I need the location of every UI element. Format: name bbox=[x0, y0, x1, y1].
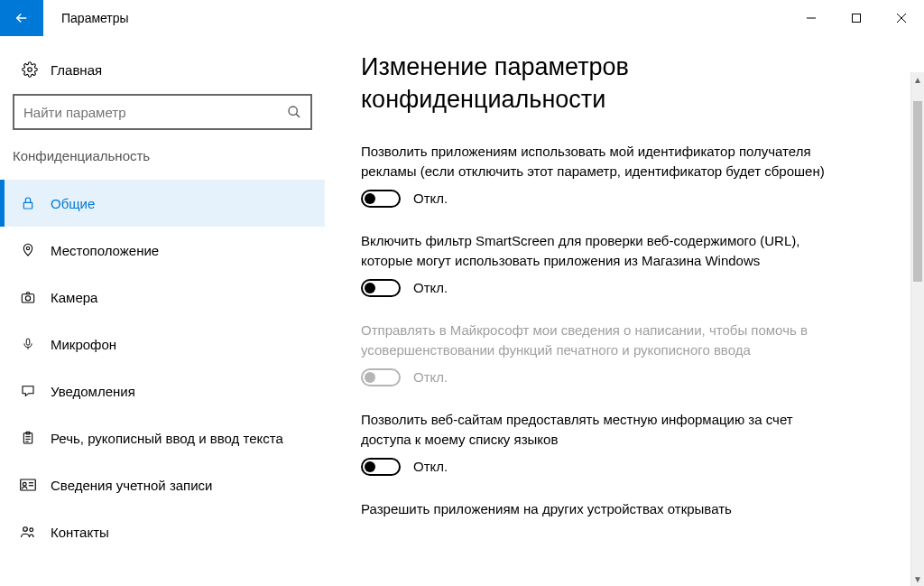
location-icon bbox=[18, 243, 38, 257]
svg-point-23 bbox=[30, 528, 33, 532]
svg-point-4 bbox=[28, 68, 32, 72]
svg-line-6 bbox=[296, 114, 300, 117]
search-wrap bbox=[0, 94, 325, 148]
toggle-knob bbox=[365, 193, 375, 204]
close-button[interactable] bbox=[879, 0, 924, 36]
toggle-label: Откл. bbox=[413, 191, 448, 206]
nav-label: Сведения учетной записи bbox=[51, 478, 213, 493]
titlebar: Параметры bbox=[0, 0, 924, 36]
lock-icon bbox=[18, 196, 38, 210]
maximize-button[interactable] bbox=[834, 0, 879, 36]
sidebar-item-camera[interactable]: Камера bbox=[0, 274, 325, 321]
camera-icon bbox=[18, 290, 38, 304]
svg-point-10 bbox=[25, 296, 30, 301]
setting-desc: Разрешить приложениям на других устройст… bbox=[361, 499, 830, 520]
sidebar: Главная Конфиденциальность Общие Местопо… bbox=[0, 36, 325, 586]
toggle-switch[interactable] bbox=[361, 190, 401, 208]
nav-label: Контакты bbox=[51, 525, 109, 540]
scroll-down-icon[interactable]: ▼ bbox=[911, 572, 924, 586]
home-label: Главная bbox=[51, 62, 102, 78]
svg-point-5 bbox=[289, 107, 297, 115]
toggle-label: Откл. bbox=[413, 369, 448, 385]
maximize-icon bbox=[851, 13, 862, 23]
notification-icon bbox=[18, 384, 38, 398]
toggle-knob bbox=[365, 283, 375, 293]
account-card-icon bbox=[18, 479, 38, 491]
toggle-knob bbox=[365, 372, 375, 383]
sidebar-item-speech-ink-typing[interactable]: Речь, рукописный ввод и ввод текста bbox=[0, 414, 325, 461]
back-button[interactable] bbox=[0, 0, 43, 36]
svg-rect-9 bbox=[22, 294, 33, 302]
toggle-knob bbox=[365, 461, 375, 472]
toggle-label: Откл. bbox=[413, 280, 448, 295]
svg-point-8 bbox=[26, 246, 29, 249]
search-input[interactable] bbox=[14, 105, 278, 120]
sidebar-item-location[interactable]: Местоположение bbox=[0, 227, 325, 274]
section-title: Конфиденциальность bbox=[0, 148, 325, 180]
toggle-row: Откл. bbox=[361, 279, 830, 297]
nav-label: Камера bbox=[51, 290, 97, 305]
shell: Главная Конфиденциальность Общие Местопо… bbox=[0, 36, 924, 586]
nav-label: Микрофон bbox=[51, 337, 116, 352]
svg-rect-11 bbox=[26, 339, 30, 345]
minimize-icon bbox=[806, 13, 817, 23]
nav-label: Уведомления bbox=[51, 384, 135, 399]
search-box[interactable] bbox=[13, 94, 312, 130]
content: Изменение параметров конфиденциальности … bbox=[325, 36, 924, 586]
minimize-button[interactable] bbox=[789, 0, 834, 36]
search-icon bbox=[278, 105, 310, 119]
setting-cross-device-apps: Разрешить приложениям на других устройст… bbox=[361, 499, 830, 520]
setting-send-typing-data: Отправлять в Майкрософт мои сведения о н… bbox=[361, 321, 830, 386]
page-heading: Изменение параметров конфиденциальности bbox=[361, 51, 830, 116]
toggle-switch[interactable] bbox=[361, 458, 401, 476]
toggle-row: Откл. bbox=[361, 458, 830, 476]
titlebar-spacer bbox=[129, 0, 789, 36]
setting-desc: Включить фильтр SmartScreen для проверки… bbox=[361, 231, 830, 272]
scroll-up-icon[interactable]: ▲ bbox=[911, 72, 924, 87]
arrow-left-icon bbox=[14, 10, 30, 26]
sidebar-item-notifications[interactable]: Уведомления bbox=[0, 367, 325, 414]
sidebar-item-account-info[interactable]: Сведения учетной записи bbox=[0, 461, 325, 508]
nav-label: Речь, рукописный ввод и ввод текста bbox=[51, 431, 283, 446]
setting-smartscreen: Включить фильтр SmartScreen для проверки… bbox=[361, 231, 830, 297]
toggle-row: Откл. bbox=[361, 368, 830, 386]
scrollbar[interactable]: ▲ ▼ bbox=[910, 72, 924, 586]
clipboard-icon bbox=[18, 430, 38, 446]
toggle-switch bbox=[361, 368, 401, 386]
svg-rect-7 bbox=[23, 202, 32, 209]
close-icon bbox=[896, 13, 907, 23]
nav-label: Местоположение bbox=[51, 243, 159, 258]
scrollbar-thumb[interactable] bbox=[913, 101, 922, 282]
contacts-icon bbox=[18, 525, 38, 539]
sidebar-item-general[interactable]: Общие bbox=[0, 180, 325, 227]
setting-desc: Позволить приложениям использовать мой и… bbox=[361, 142, 830, 182]
toggle-label: Откл. bbox=[413, 459, 448, 474]
gear-icon bbox=[18, 61, 42, 78]
svg-point-19 bbox=[23, 482, 26, 486]
toggle-switch[interactable] bbox=[361, 279, 401, 297]
svg-rect-1 bbox=[853, 14, 861, 23]
setting-desc: Позволить веб-сайтам предоставлять местн… bbox=[361, 410, 830, 451]
sidebar-item-microphone[interactable]: Микрофон bbox=[0, 321, 325, 367]
setting-desc: Отправлять в Майкрософт мои сведения о н… bbox=[361, 321, 830, 361]
setting-advertising-id: Позволить приложениям использовать мой и… bbox=[361, 142, 830, 208]
microphone-icon bbox=[18, 336, 38, 352]
window-title: Параметры bbox=[43, 0, 129, 36]
home-row[interactable]: Главная bbox=[0, 56, 325, 94]
setting-website-language-list: Позволить веб-сайтам предоставлять местн… bbox=[361, 410, 830, 476]
sidebar-item-contacts[interactable]: Контакты bbox=[0, 508, 325, 555]
toggle-row: Откл. bbox=[361, 190, 830, 208]
nav-label: Общие bbox=[51, 196, 95, 211]
svg-point-22 bbox=[23, 527, 28, 532]
